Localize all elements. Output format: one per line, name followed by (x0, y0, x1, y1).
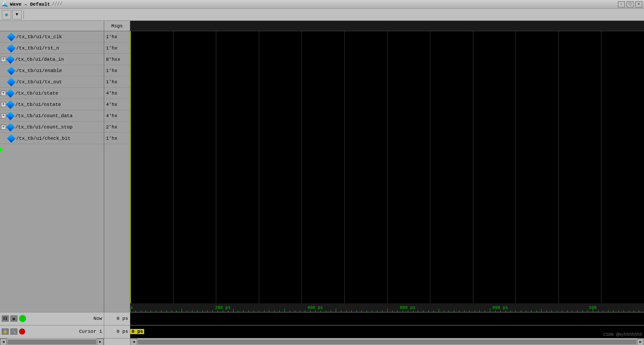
timeline-tick (403, 310, 403, 312)
expand-btn[interactable]: + (1, 91, 6, 96)
cursor-row: 🔒 🔧 Cursor 1 0 ps 0 ps CSDN @myhhhhhhh (0, 325, 644, 338)
timeline-tick (382, 310, 383, 312)
close-button[interactable]: × (635, 1, 642, 7)
timeline-tick (541, 309, 542, 312)
timeline-tick (536, 310, 537, 312)
waveform-canvas (130, 31, 644, 303)
signal-row[interactable]: +/tx_tb/u1/data_in (0, 54, 104, 65)
toolbar-dropdown-btn[interactable]: ◆ (2, 10, 11, 20)
signal-panel: /tx_tb/u1/tx_clk/tx_tb/u1/rst_n+/tx_tb/u… (0, 21, 104, 312)
timeline-tick (330, 310, 331, 312)
grid-line (430, 31, 430, 303)
signal-row[interactable]: +/tx_tb/u1/nstate (0, 99, 104, 110)
timeline-tick (238, 310, 238, 312)
signal-row[interactable]: /tx_tb/u1/check_bit (0, 133, 104, 144)
cursor-label: Cursor 1 (79, 329, 102, 334)
timeline-tick (295, 310, 295, 312)
expand-btn[interactable]: + (1, 113, 6, 118)
signal-row[interactable]: /tx_tb/u1/tx_clk (0, 31, 104, 43)
timeline-tick (521, 310, 521, 312)
icon-film: 🎞 (2, 315, 9, 322)
timeline-tick (479, 310, 480, 312)
timeline-tick (284, 309, 285, 312)
timeline-tick (182, 309, 182, 312)
timeline-tick (598, 310, 598, 312)
timeline-tick (428, 310, 429, 312)
signal-name: /tx_tb/u1/rst_n (16, 46, 59, 51)
bottom-bar: 🎞 ▦ Now 0 ps 🔒 🔧 Cursor 1 0 ps 0 ps (0, 312, 644, 338)
timeline-tick (618, 310, 619, 312)
timeline-tick (603, 310, 603, 312)
scroll-left-btn-2[interactable]: ◀ (130, 338, 137, 345)
toolbar-arrow-btn[interactable]: ▼ (12, 10, 22, 20)
timeline-tick (357, 310, 357, 312)
icon-table: ▦ (10, 315, 17, 322)
scroll-right-btn-1[interactable]: ▶ (97, 338, 104, 345)
waveform-area[interactable] (130, 31, 644, 303)
expand-btn[interactable]: + (1, 125, 6, 130)
signal-icon (8, 67, 15, 74)
waveform-panel[interactable]: ps200 ps400 ps600 ps800 ps100 (130, 21, 644, 312)
timeline-tick (315, 310, 316, 312)
timeline-label: 400 ps (307, 306, 323, 310)
timeline-tick (490, 309, 490, 312)
timeline-tick (341, 310, 341, 312)
maximize-button[interactable]: □ (627, 1, 634, 7)
msgs-label: Msgs (111, 23, 122, 29)
signal-row[interactable]: +/tx_tb/u1/count_data (0, 110, 104, 122)
cursor-right: 0 ps CSDN @myhhhhhhh (130, 325, 644, 338)
timeline-tick (326, 310, 326, 312)
icon-wrench: 🔧 (10, 329, 17, 335)
timeline-tick (423, 310, 423, 312)
status-red-icon (19, 329, 25, 335)
timeline-tick (475, 310, 475, 312)
signal-list[interactable]: /tx_tb/u1/tx_clk/tx_tb/u1/rst_n+/tx_tb/u… (0, 31, 104, 312)
scroll-left-btn-1[interactable]: ◀ (0, 338, 7, 345)
value-panel: Msgs 1'hx1'hx8'hxx1'hx1'hx4'hx4'hx4'hx2'… (104, 21, 130, 312)
expand-btn[interactable]: + (1, 102, 6, 107)
grid-line (515, 31, 516, 303)
value-row: 1'hx (104, 65, 130, 76)
cursor-middle: 0 ps (104, 325, 130, 338)
timeline-tick (145, 310, 146, 312)
scroll-track-1[interactable] (7, 339, 96, 345)
value-row: 4'hx (104, 110, 130, 122)
scroll-right-btn-2[interactable]: ▶ (637, 338, 644, 345)
status-right (130, 312, 644, 325)
value-row: 1'hx (104, 133, 130, 144)
signal-row[interactable]: +/tx_tb/u1/count_stop (0, 122, 104, 133)
icon-lock: 🔒 (2, 329, 9, 335)
signal-name: /tx_tb/u1/count_data (15, 113, 73, 118)
timeline-tick (161, 310, 162, 312)
timeline-tick (546, 310, 547, 312)
timeline-tick (259, 310, 259, 312)
signal-icon (8, 45, 15, 52)
signal-row[interactable]: /tx_tb/u1/enable (0, 65, 104, 76)
signal-name: /tx_tb/u1/state (15, 91, 58, 96)
timeline-tick (639, 310, 639, 312)
status-left: 🎞 ▦ Now (0, 312, 104, 325)
signal-row[interactable]: /tx_tb/u1/rst_n (0, 43, 104, 54)
timeline-tick (264, 310, 264, 312)
minimize-button[interactable]: - (618, 1, 625, 7)
watermark: CSDN @myhhhhhhh (603, 332, 642, 337)
content-area: /tx_tb/u1/tx_clk/tx_tb/u1/rst_n+/tx_tb/u… (0, 21, 644, 312)
timeline-tick (413, 310, 413, 312)
signal-panel-header (0, 21, 104, 31)
grid-line (216, 31, 216, 303)
now-value: 0 ps (117, 316, 128, 321)
cursor-line (130, 31, 131, 303)
signal-row[interactable]: /tx_tb/u1/tx_out (0, 76, 104, 88)
status-green-icon (19, 315, 26, 322)
signal-row[interactable]: +/tx_tb/u1/state (0, 88, 104, 99)
expand-btn[interactable]: + (1, 57, 6, 62)
timeline: ps200 ps400 ps600 ps800 ps100 (130, 303, 644, 312)
timeline-tick (346, 310, 347, 312)
timeline-tick (192, 310, 192, 312)
scroll-track-2[interactable] (138, 339, 637, 345)
timeline-tick (459, 310, 459, 312)
timeline-tick (552, 310, 552, 312)
cursor-time-badge: 0 ps (130, 329, 144, 334)
horizontal-scrollbar[interactable]: ◀ ▶ ◀ ▶ (0, 338, 644, 345)
timeline-tick (433, 310, 434, 312)
